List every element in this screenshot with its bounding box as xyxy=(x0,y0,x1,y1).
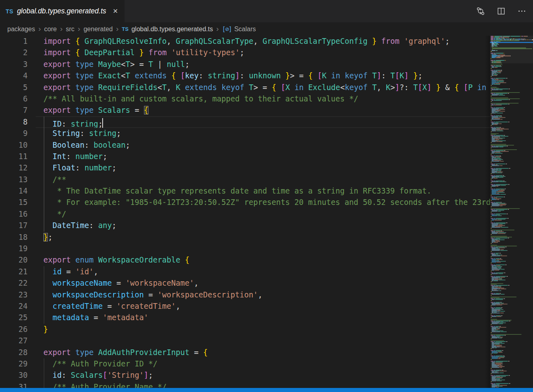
token xyxy=(43,141,53,149)
token xyxy=(80,48,84,57)
token: : xyxy=(62,371,71,379)
line-number[interactable]: 29 xyxy=(0,358,28,370)
line-number[interactable]: 26 xyxy=(0,324,28,335)
code-line[interactable]: 1import { GraphQLResolveInfo, GraphQLSca… xyxy=(0,36,490,47)
token xyxy=(135,48,139,57)
code-line[interactable]: 4export type Exact<T extends { [key: str… xyxy=(0,70,490,82)
line-number[interactable]: 5 xyxy=(0,82,28,93)
split-editor-icon[interactable] xyxy=(496,6,506,16)
code-line[interactable]: 30 id: Scalars['String']; xyxy=(0,370,490,381)
code-line[interactable]: 13 /** xyxy=(0,174,490,185)
code-line[interactable]: 15 * For example: "1985-04-12T23:20:50.5… xyxy=(0,197,490,208)
token: Boolean xyxy=(53,141,85,149)
line-number[interactable]: 19 xyxy=(0,243,28,254)
token: ID xyxy=(53,120,62,128)
code-line[interactable]: 2import { DeepPartial } from 'utility-ty… xyxy=(0,47,490,58)
code-line[interactable]: 26} xyxy=(0,324,490,335)
code-line[interactable]: 18}; xyxy=(0,232,490,243)
line-number[interactable]: 4 xyxy=(0,70,28,82)
token: RequireFields xyxy=(98,83,157,92)
more-actions-icon[interactable] xyxy=(517,6,527,16)
line-number[interactable]: 18 xyxy=(0,232,28,243)
line-number[interactable]: 30 xyxy=(0,370,28,381)
code-line[interactable]: 3export type Maybe<T> = T | null; xyxy=(0,59,490,70)
code-line[interactable]: 9 String: string; xyxy=(0,128,490,139)
token: { xyxy=(203,348,208,357)
token xyxy=(94,106,98,114)
code-line[interactable]: 7export type Scalars = { xyxy=(0,105,490,116)
code-line[interactable]: 22 workspaceName = 'workspaceName', xyxy=(0,278,490,289)
line-number[interactable]: 17 xyxy=(0,220,28,231)
line-number[interactable]: 15 xyxy=(0,197,28,208)
line-number[interactable]: 10 xyxy=(0,140,28,151)
token: : xyxy=(75,164,85,172)
code-line[interactable]: 8 ID: string; xyxy=(0,116,490,128)
breadcrumb-item-global-db-types-generated-ts[interactable]: ›TSglobal.db.types.generated.ts xyxy=(113,25,213,34)
code-line[interactable]: 20export enum WorkspaceOrderable { xyxy=(0,254,490,266)
line-number[interactable]: 31 xyxy=(0,381,28,388)
token: ] xyxy=(144,371,148,379)
line-number[interactable]: 22 xyxy=(0,278,28,289)
line-number[interactable]: 3 xyxy=(0,59,28,70)
code-line[interactable]: 17 DateTime: any; xyxy=(0,220,490,231)
breadcrumb-item-packages[interactable]: packages xyxy=(7,26,35,33)
token: > = xyxy=(254,83,272,92)
line-number[interactable]: 20 xyxy=(0,254,28,266)
token: } xyxy=(436,83,441,92)
line-number[interactable]: 7 xyxy=(0,105,28,116)
code-line[interactable]: 10 Boolean: boolean; xyxy=(0,140,490,151)
code-line[interactable]: 16 */ xyxy=(0,209,490,220)
code-line[interactable]: 25 metadata = 'metadata' xyxy=(0,312,490,323)
indent-guide xyxy=(44,128,44,139)
code-line[interactable]: 29 /** Auth Provider ID */ xyxy=(0,358,490,370)
line-number[interactable]: 28 xyxy=(0,347,28,358)
breadcrumb-item-scalars[interactable]: ›[⊘]Scalars xyxy=(213,25,256,34)
code-line[interactable]: 21 id = 'id', xyxy=(0,266,490,278)
breadcrumb-item-core[interactable]: ›core xyxy=(35,25,57,34)
line-number[interactable]: 24 xyxy=(0,301,28,312)
code-line[interactable]: 28export type AddAuthProviderInput = { xyxy=(0,347,490,358)
code-editor[interactable]: 1import { GraphQLResolveInfo, GraphQLSca… xyxy=(0,36,533,388)
line-number[interactable]: 23 xyxy=(0,289,28,301)
code-line[interactable]: 11 Int: number; xyxy=(0,151,490,162)
code-line[interactable]: 24 createdTime = 'createdTime', xyxy=(0,301,490,312)
code-line[interactable]: 27 xyxy=(0,335,490,347)
code-line[interactable]: 14 * The DateTime scalar type represents… xyxy=(0,185,490,197)
code-line[interactable]: 19 xyxy=(0,243,490,254)
line-number[interactable]: 9 xyxy=(0,128,28,139)
line-number[interactable]: 8 xyxy=(0,116,28,128)
minimap[interactable] xyxy=(490,36,533,388)
tab-global-db-types[interactable]: TS global.db.types.generated.ts ✕ xyxy=(0,0,125,22)
breadcrumb-label: generated xyxy=(84,26,113,33)
line-number[interactable]: 6 xyxy=(0,93,28,105)
line-content: /** Auth Provider ID */ xyxy=(43,358,490,370)
token: [ xyxy=(281,83,285,92)
code-line[interactable]: 31 /** Auth Provider Name */ xyxy=(0,381,490,388)
line-content: * The DateTime scalar type represents da… xyxy=(43,185,490,197)
line-number[interactable]: 11 xyxy=(0,151,28,162)
token: = xyxy=(103,302,116,310)
token xyxy=(43,267,53,276)
line-number[interactable]: 25 xyxy=(0,312,28,323)
token: ; xyxy=(240,48,244,57)
code-line[interactable]: 12 Float: number; xyxy=(0,162,490,174)
line-number[interactable]: 12 xyxy=(0,162,28,174)
breadcrumb-item-src[interactable]: ›src xyxy=(57,25,75,34)
token: } xyxy=(43,325,48,334)
line-number[interactable]: 1 xyxy=(0,36,28,47)
line-number[interactable]: 27 xyxy=(0,335,28,347)
token: T xyxy=(148,60,153,69)
close-icon[interactable]: ✕ xyxy=(113,8,118,15)
code-line[interactable]: 23 workspaceDescription = 'workspaceDesc… xyxy=(0,289,490,301)
breadcrumb-item-generated[interactable]: ›generated xyxy=(75,25,113,34)
code-line[interactable]: 6/** All built-in and custom scalars, ma… xyxy=(0,93,490,105)
token: metadata xyxy=(53,313,89,322)
line-number[interactable]: 16 xyxy=(0,209,28,220)
open-changes-icon[interactable] xyxy=(475,6,485,16)
token xyxy=(304,83,308,92)
line-number[interactable]: 14 xyxy=(0,185,28,197)
code-line[interactable]: 5export type RequireFields<T, K extends … xyxy=(0,82,490,93)
line-number[interactable]: 2 xyxy=(0,47,28,58)
line-number[interactable]: 21 xyxy=(0,266,28,278)
line-number[interactable]: 13 xyxy=(0,174,28,185)
